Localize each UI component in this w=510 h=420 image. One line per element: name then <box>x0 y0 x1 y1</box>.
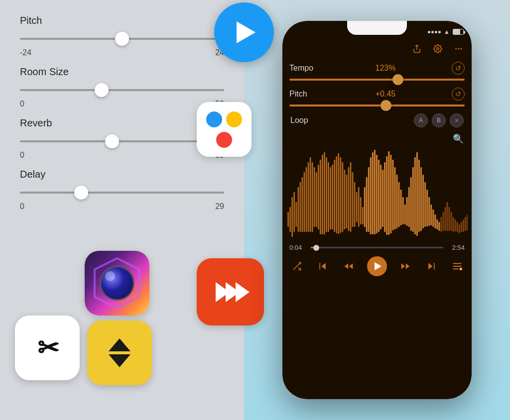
svg-rect-78 <box>434 214 436 228</box>
svg-rect-44 <box>366 177 368 232</box>
svg-marker-100 <box>349 263 353 269</box>
progress-track[interactable] <box>311 247 443 248</box>
svg-rect-50 <box>378 160 380 232</box>
right-panel: ▲ <box>244 0 510 420</box>
scroll-app-icon[interactable] <box>87 320 152 385</box>
svg-rect-67 <box>412 167 414 232</box>
fast-forward-button[interactable] <box>398 259 413 274</box>
svg-rect-25 <box>328 162 329 232</box>
svg-rect-9 <box>295 202 297 227</box>
svg-rect-76 <box>430 205 432 225</box>
tempo-row: Tempo 123% ↺ <box>289 62 465 75</box>
magnifier-icon[interactable]: 🔍 <box>453 133 464 144</box>
prev-track-button[interactable] <box>315 259 330 274</box>
gear-icon[interactable] <box>431 42 445 56</box>
tempo-slider[interactable] <box>289 79 465 81</box>
wifi-icon: ▲ <box>444 28 450 35</box>
waveform-container <box>282 147 472 242</box>
svg-rect-92 <box>463 219 464 232</box>
svg-rect-29 <box>336 156 337 233</box>
svg-rect-32 <box>342 162 343 232</box>
pitch-control-thumb[interactable] <box>381 100 391 111</box>
svg-rect-84 <box>447 202 448 231</box>
svg-rect-82 <box>442 212 444 231</box>
share-icon[interactable] <box>410 42 424 56</box>
svg-rect-6 <box>289 207 291 232</box>
roomsize-slider[interactable] <box>20 83 224 98</box>
dots-app-icon[interactable] <box>197 102 252 157</box>
svg-rect-89 <box>457 222 458 232</box>
delay-slider[interactable] <box>20 185 224 200</box>
svg-rect-70 <box>418 160 420 232</box>
queue-menu-button[interactable] <box>450 259 465 274</box>
svg-rect-10 <box>297 187 299 232</box>
svg-rect-49 <box>376 155 378 233</box>
delay-label: Delay <box>20 169 224 180</box>
reverb-thumb[interactable] <box>105 134 119 148</box>
svg-rect-19 <box>316 172 317 227</box>
scroll-arrow-down-icon <box>109 354 130 367</box>
svg-rect-37 <box>352 172 353 227</box>
play-button-circle[interactable] <box>214 2 274 62</box>
next-track-button[interactable] <box>424 259 439 274</box>
pitch-thumb[interactable] <box>115 32 129 46</box>
pitch-control-value: +0.45 <box>319 90 452 99</box>
pitch-slider[interactable] <box>20 31 224 46</box>
svg-rect-87 <box>453 217 454 232</box>
loop-buttons: A B × <box>414 113 464 127</box>
delay-slider-section: Delay 0 29 <box>20 169 224 211</box>
rewind-button[interactable] <box>341 259 356 274</box>
capcut-app-icon[interactable]: ✂ <box>15 315 80 380</box>
total-time: 2:54 <box>447 244 465 251</box>
pitch-control-slider[interactable] <box>289 105 465 106</box>
svg-rect-35 <box>348 167 349 231</box>
svg-rect-7 <box>291 197 293 237</box>
svg-rect-80 <box>438 222 440 231</box>
scroll-arrow-up-icon <box>109 338 130 351</box>
battery-icon <box>453 29 464 35</box>
svg-rect-66 <box>410 177 412 231</box>
svg-point-3 <box>458 48 460 50</box>
svg-rect-75 <box>428 197 430 226</box>
svg-rect-56 <box>390 155 391 233</box>
svg-rect-46 <box>370 157 372 234</box>
svg-rect-59 <box>396 175 397 228</box>
svg-marker-99 <box>345 263 349 269</box>
tempo-reset-button[interactable]: ↺ <box>452 62 465 75</box>
iphone-notch <box>347 21 407 35</box>
progress-thumb[interactable] <box>313 245 319 251</box>
delay-thumb[interactable] <box>74 186 88 200</box>
loop-close-button[interactable]: × <box>450 113 464 127</box>
svg-rect-21 <box>320 160 321 234</box>
camera-app-icon[interactable] <box>85 251 149 315</box>
pitch-control-label: Pitch <box>289 90 319 99</box>
svg-point-1 <box>437 48 439 50</box>
pitch-label: Pitch <box>20 15 224 26</box>
loop-b-button[interactable]: B <box>432 113 446 127</box>
roomsize-thumb[interactable] <box>95 83 109 97</box>
delay-min: 0 <box>20 202 24 211</box>
svg-rect-12 <box>301 177 303 232</box>
app-toolbar <box>282 40 472 60</box>
reverb-track <box>20 140 224 142</box>
pitch-reset-button[interactable]: ↺ <box>452 88 465 101</box>
svg-rect-26 <box>330 167 331 229</box>
svg-rect-53 <box>384 162 385 232</box>
svg-rect-11 <box>299 182 301 232</box>
loop-a-button[interactable]: A <box>414 113 428 127</box>
pitch-slider-section: Pitch -24 24 <box>20 15 224 57</box>
svg-rect-38 <box>354 182 355 227</box>
svg-rect-55 <box>388 151 389 235</box>
svg-rect-17 <box>312 162 313 232</box>
svg-rect-91 <box>461 222 462 232</box>
svg-rect-57 <box>392 160 393 230</box>
play-pause-button[interactable] <box>367 256 387 276</box>
pitch-track <box>20 38 224 40</box>
more-icon[interactable] <box>452 42 466 56</box>
tempo-thumb[interactable] <box>392 74 403 85</box>
status-signal-dots <box>428 31 441 33</box>
svg-rect-69 <box>416 152 418 236</box>
shuffle-button[interactable] <box>289 259 304 274</box>
reverb-slider[interactable] <box>20 134 224 149</box>
left-panel: Pitch -24 24 Room Size 0 56 <box>0 0 244 420</box>
